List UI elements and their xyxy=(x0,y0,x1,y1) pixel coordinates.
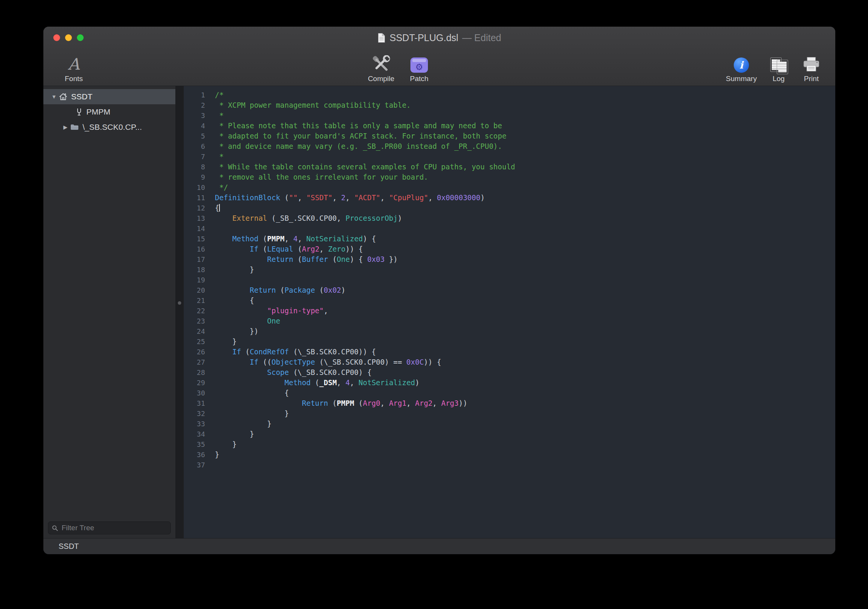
disclosure-down-icon[interactable]: ▼ xyxy=(49,94,59,100)
toolbar-center-group: Compile ⚙ Patch xyxy=(362,55,438,83)
patch-label: Patch xyxy=(410,75,429,83)
code-editor[interactable]: 1234567891011121314151617181920212223242… xyxy=(184,86,835,538)
window-edited-badge: — Edited xyxy=(462,32,501,43)
close-button[interactable] xyxy=(53,34,60,41)
search-icon xyxy=(52,525,58,531)
window-title: SSDT-PLUG.dsl — Edited xyxy=(377,32,501,43)
window-title-text: SSDT-PLUG.dsl xyxy=(389,32,458,43)
log-icon xyxy=(769,57,788,73)
traffic-lights xyxy=(53,27,84,49)
code-lines: /* * XCPM power management compatibility… xyxy=(209,90,835,538)
titlebar[interactable]: SSDT-PLUG.dsl — Edited xyxy=(43,27,835,49)
status-bar: SSDT xyxy=(43,538,835,554)
house-icon xyxy=(59,92,68,101)
document-icon xyxy=(377,33,386,43)
gear-icon: ⚙ xyxy=(410,61,428,73)
compile-label: Compile xyxy=(368,75,394,83)
line-numbers: 1234567891011121314151617181920212223242… xyxy=(184,90,209,538)
compile-icon xyxy=(371,55,391,73)
zoom-button[interactable] xyxy=(77,34,84,41)
minimize-button[interactable] xyxy=(65,34,72,41)
log-button[interactable]: Log xyxy=(762,57,795,83)
tree-item-ssdt[interactable]: ▼ SSDT xyxy=(43,89,175,104)
tree-item-label: PMPM xyxy=(86,107,110,116)
tree-item-label: \_SB.SCK0.CP... xyxy=(83,123,142,132)
pane-divider[interactable] xyxy=(175,86,184,538)
fonts-icon: A xyxy=(68,56,79,73)
fonts-label: Fonts xyxy=(65,75,83,83)
app-window: SSDT-PLUG.dsl — Edited A Fonts xyxy=(43,27,835,554)
sidebar: ▼ SSDT xyxy=(43,86,175,538)
tree-item-label: SSDT xyxy=(71,92,92,101)
summary-label: Summary xyxy=(726,75,757,83)
tree-item-pmpm[interactable]: PMPM xyxy=(43,104,175,120)
main-content: ▼ SSDT xyxy=(43,86,835,538)
disclosure-right-icon[interactable]: ▶ xyxy=(61,124,70,130)
log-label: Log xyxy=(773,75,785,83)
status-text: SSDT xyxy=(59,542,79,551)
filter-input[interactable] xyxy=(61,523,167,532)
compile-button[interactable]: Compile xyxy=(362,55,400,83)
patch-button[interactable]: ⚙ Patch xyxy=(400,55,438,83)
print-icon xyxy=(802,57,821,73)
filter-tree-field[interactable] xyxy=(48,521,171,534)
method-icon xyxy=(75,108,83,116)
folder-icon xyxy=(70,123,79,131)
print-label: Print xyxy=(804,75,819,83)
toolbar: A Fonts Compile xyxy=(43,49,835,86)
tree-item-sb-sck0[interactable]: ▶ \_SB.SCK0.CP... xyxy=(43,120,175,135)
navigator-tree: ▼ SSDT xyxy=(43,86,175,135)
patch-icon: ⚙ xyxy=(410,57,428,73)
window-header: SSDT-PLUG.dsl — Edited A Fonts xyxy=(43,27,835,86)
toolbar-right-group: i Summary Log xyxy=(720,57,828,83)
fonts-button[interactable]: A Fonts xyxy=(47,56,100,83)
divider-handle[interactable] xyxy=(178,301,181,305)
summary-button[interactable]: i Summary xyxy=(720,57,762,83)
print-button[interactable]: Print xyxy=(795,57,828,83)
info-icon: i xyxy=(734,57,749,73)
